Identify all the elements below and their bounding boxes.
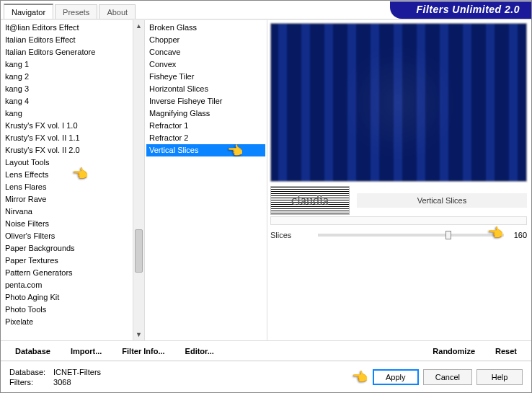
- list-item[interactable]: Photo Tools: [2, 304, 143, 316]
- tab-navigator[interactable]: Navigator: [4, 4, 53, 19]
- list-item[interactable]: Horizontal Slices: [146, 83, 265, 95]
- tab-about[interactable]: About: [99, 4, 136, 19]
- category-scrollbar[interactable]: ▲ ▼: [133, 20, 144, 340]
- brand-wrap: Filters Unlimited 2.0: [137, 1, 531, 19]
- filter-list[interactable]: Broken GlassChopperConcaveConvexFisheye …: [145, 20, 267, 158]
- list-item[interactable]: Krusty's FX vol. II 2.0: [2, 144, 143, 156]
- list-item[interactable]: kang 3: [2, 83, 143, 95]
- list-item[interactable]: Italian Editors Effect: [2, 34, 143, 46]
- reset-button[interactable]: Reset: [485, 347, 527, 356]
- list-item[interactable]: kang: [2, 107, 143, 120]
- db-value: ICNET-Filters: [53, 368, 101, 376]
- list-item[interactable]: penta.com: [2, 279, 143, 291]
- import-button[interactable]: Import...: [61, 347, 112, 356]
- list-item[interactable]: Pixelate: [2, 316, 143, 328]
- filter-info-button[interactable]: Filter Info...: [112, 347, 174, 356]
- list-item[interactable]: Fisheye Tiler: [146, 71, 265, 83]
- tab-presets[interactable]: Presets: [55, 4, 97, 19]
- filter-column: Broken GlassChopperConcaveConvexFisheye …: [145, 20, 267, 340]
- slider-track[interactable]: [318, 234, 504, 237]
- list-item[interactable]: Krusty's FX vol. I 1.0: [2, 120, 143, 132]
- editor-button[interactable]: Editor...: [175, 347, 224, 356]
- filters-count-label: Filters:: [9, 377, 51, 387]
- list-item[interactable]: Vertical Slices: [146, 144, 265, 156]
- pointer-icon: 👉: [353, 369, 368, 385]
- list-item[interactable]: Refractor 1: [146, 120, 265, 132]
- list-item[interactable]: Paper Textures: [2, 255, 143, 267]
- cancel-button[interactable]: Cancel: [423, 369, 472, 385]
- source-thumbnail: claudia: [270, 186, 350, 215]
- preview-panel: claudia Vertical Slices Slices 160 👉: [267, 20, 531, 340]
- slider-label: Slices: [270, 231, 314, 239]
- product-brand: Filters Unlimited 2.0: [390, 1, 531, 19]
- main-area: It@lian Editors EffectItalian Editors Ef…: [1, 19, 531, 340]
- preview-image: [270, 23, 527, 182]
- preview-header-row: claudia Vertical Slices: [270, 186, 527, 215]
- list-item[interactable]: Concave: [146, 46, 265, 58]
- dialog-buttons: 👉 Apply Cancel Help: [373, 369, 523, 385]
- list-item[interactable]: Convex: [146, 58, 265, 71]
- list-item[interactable]: kang 1: [2, 58, 143, 71]
- progress-bar: [270, 216, 527, 225]
- scroll-up-icon[interactable]: ▲: [133, 20, 144, 32]
- scroll-thumb[interactable]: [135, 229, 143, 273]
- category-column: It@lian Editors EffectItalian Editors Ef…: [1, 20, 145, 340]
- filters-count-value: 3068: [53, 378, 71, 387]
- list-item[interactable]: Broken Glass: [146, 22, 265, 34]
- slider-slices: Slices 160 👉: [270, 229, 527, 241]
- list-item[interactable]: Oliver's Filters: [2, 230, 143, 242]
- tab-strip: Navigator Presets About: [1, 1, 137, 19]
- list-item[interactable]: Refractor 2: [146, 132, 265, 144]
- list-item[interactable]: kang 4: [2, 95, 143, 107]
- slider-value: 160: [508, 231, 527, 239]
- slider-thumb[interactable]: [445, 231, 451, 239]
- help-button[interactable]: Help: [476, 369, 523, 385]
- list-item[interactable]: Photo Aging Kit: [2, 291, 143, 304]
- list-item[interactable]: It@lian Editors Effect: [2, 22, 143, 34]
- list-item[interactable]: Krusty's FX vol. II 1.1: [2, 132, 143, 144]
- list-item[interactable]: Paper Backgrounds: [2, 242, 143, 255]
- footer: Database: ICNET-Filters Filters: 3068 👉 …: [1, 361, 531, 392]
- list-item[interactable]: Nirvana: [2, 206, 143, 218]
- randomize-button[interactable]: Randomize: [422, 347, 485, 356]
- list-item[interactable]: Chopper: [146, 34, 265, 46]
- db-label: Database:: [9, 367, 51, 377]
- list-item[interactable]: Layout Tools: [2, 156, 143, 169]
- list-item[interactable]: Mirror Rave: [2, 193, 143, 206]
- list-item[interactable]: Inverse Fisheye Tiler: [146, 95, 265, 107]
- top-bar: Navigator Presets About Filters Unlimite…: [1, 1, 531, 19]
- list-item[interactable]: kang 2: [2, 71, 143, 83]
- list-toolbar: Database Import... Filter Info... Editor…: [1, 340, 531, 361]
- list-item[interactable]: Italian Editors Generatore: [2, 46, 143, 58]
- app-window: Navigator Presets About Filters Unlimite…: [0, 0, 532, 393]
- category-list[interactable]: It@lian Editors EffectItalian Editors Ef…: [1, 20, 144, 330]
- scroll-down-icon[interactable]: ▼: [133, 329, 144, 340]
- list-item[interactable]: Magnifying Glass: [146, 107, 265, 120]
- list-item[interactable]: Lens Flares: [2, 181, 143, 193]
- apply-button[interactable]: Apply: [373, 369, 419, 385]
- pointer-icon: 👉: [488, 225, 504, 241]
- db-info: Database: ICNET-Filters Filters: 3068: [9, 367, 101, 387]
- current-filter-title: Vertical Slices: [357, 193, 527, 208]
- logo-label: claudia: [291, 193, 329, 208]
- database-button[interactable]: Database: [5, 347, 61, 356]
- list-item[interactable]: Lens Effects: [2, 169, 143, 181]
- list-item[interactable]: Pattern Generators: [2, 267, 143, 279]
- list-item[interactable]: Noise Filters: [2, 218, 143, 230]
